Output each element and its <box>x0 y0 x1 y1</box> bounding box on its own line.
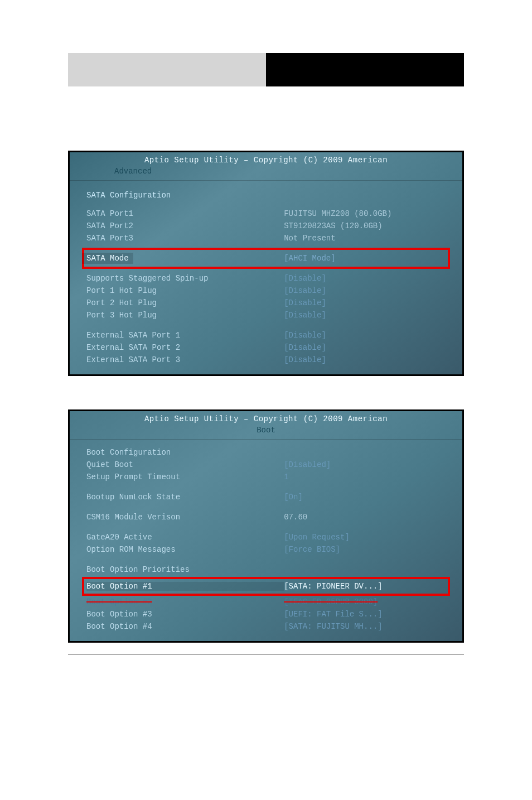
ext-sata3-label: External SATA Port 3 <box>86 355 284 364</box>
setting-row[interactable]: Port 3 Hot Plug [Disable] <box>86 309 446 321</box>
bios-body-advanced: SATA Configuration SATA Port1 FUJITSU MH… <box>70 181 462 374</box>
prompt-timeout-value: 1 <box>284 473 446 481</box>
header-right-block <box>266 53 464 86</box>
boot-option-row: Boot Option #1 [SATA: PIONEER DV...] <box>86 580 446 592</box>
setting-row: CSM16 Module Verison 07.60 <box>86 511 446 523</box>
setting-row[interactable]: GateA20 Active [Upon Request] <box>86 531 446 543</box>
port2-hotplug-value: [Disable] <box>284 298 446 307</box>
bios-tab-boot: Boot <box>70 425 462 440</box>
page-footer-rule <box>68 654 464 654</box>
boot-opt1-value: [SATA: PIONEER DV...] <box>284 582 446 591</box>
ext-sata1-value: [Disable] <box>284 331 446 340</box>
boot-opt4-value: [SATA: FUJITSU MH...] <box>284 622 446 631</box>
ext-sata3-value: [Disable] <box>284 355 446 364</box>
csm16-label: CSM16 Module Verison <box>86 513 284 522</box>
setting-row[interactable]: Quiet Boot [Disabled] <box>86 459 446 471</box>
numlock-value: [On] <box>284 493 446 502</box>
prompt-timeout-label: Setup Prompt Timeout <box>86 473 284 481</box>
sata-mode-row: SATA Mode [AHCI Mode] <box>86 252 446 264</box>
port1-hotplug-label: Port 1 Hot Plug <box>86 286 284 295</box>
boot-opt4-label: Boot Option #4 <box>86 622 284 631</box>
sata-mode-label-text: SATA Mode <box>82 253 133 264</box>
bios-title-2: Aptio Setup Utility – Copyright (C) 2009… <box>70 411 462 425</box>
sata-port-row: SATA Port3 Not Present <box>86 232 446 244</box>
sata-port1-label: SATA Port1 <box>86 209 284 218</box>
sata-config-title: SATA Configuration <box>86 187 446 208</box>
optrom-value: [Force BIOS] <box>284 545 446 554</box>
port3-hotplug-label: Port 3 Hot Plug <box>86 311 284 320</box>
ext-sata2-value: [Disable] <box>284 343 446 352</box>
gatea20-value: [Upon Request] <box>284 533 446 542</box>
gatea20-label: GateA20 Active <box>86 533 284 542</box>
bios-screenshot-boot: Aptio Setup Utility – Copyright (C) 2009… <box>68 409 464 643</box>
bios-tab-advanced: Advanced <box>70 166 462 181</box>
boot-priorities-title-row: Boot Option Priorities <box>86 563 446 576</box>
csm16-value: 07.60 <box>284 513 446 522</box>
port3-hotplug-value: [Disable] <box>284 311 446 320</box>
boot-opt2-label: Boot Option #2 <box>86 597 284 606</box>
staggered-spinup-label: Supports Staggered Spin-up <box>86 274 284 283</box>
boot-config-title: Boot Configuration <box>86 448 284 457</box>
setting-row[interactable]: External SATA Port 3 [Disable] <box>86 354 446 366</box>
sata-port2-label: SATA Port2 <box>86 221 284 230</box>
port2-hotplug-label: Port 2 Hot Plug <box>86 298 284 307</box>
boot-option-row[interactable]: Boot Option #4 [SATA: FUJITSU MH...] <box>86 620 446 633</box>
bios-title: Aptio Setup Utility – Copyright (C) 2009… <box>70 152 462 166</box>
boot-opt3-label: Boot Option #3 <box>86 610 284 619</box>
bios-body-boot: Boot Configuration Quiet Boot [Disabled]… <box>70 440 462 641</box>
sata-mode-highlight[interactable]: SATA Mode [AHCI Mode] <box>82 248 450 269</box>
header-left-block <box>68 53 266 86</box>
sata-port3-value: Not Present <box>284 234 446 243</box>
boot-opt3-value: [UEFI: FAT File S...] <box>284 610 446 619</box>
setting-row[interactable]: Supports Staggered Spin-up [Disable] <box>86 272 446 285</box>
optrom-label: Option ROM Messages <box>86 545 284 554</box>
setting-row[interactable]: Bootup NumLock State [On] <box>86 491 446 503</box>
setting-row[interactable]: External SATA Port 1 [Disable] <box>86 329 446 341</box>
ext-sata1-label: External SATA Port 1 <box>86 331 284 340</box>
boot-opt1-label: Boot Option #1 <box>86 582 284 591</box>
sata-port-row: SATA Port1 FUJITSU MHZ208 (80.0GB) <box>86 208 446 220</box>
sata-mode-value: [AHCI Mode] <box>284 254 446 263</box>
ext-sata2-label: External SATA Port 2 <box>86 343 284 352</box>
boot-config-title-row: Boot Configuration <box>86 446 446 459</box>
quiet-boot-value: [Disabled] <box>284 460 446 469</box>
sata-mode-label: SATA Mode <box>86 254 284 263</box>
setting-row[interactable]: Option ROM Messages [Force BIOS] <box>86 543 446 556</box>
sata-port-row: SATA Port2 ST9120823AS (120.0GB) <box>86 220 446 232</box>
bios-screenshot-advanced: Aptio Setup Utility – Copyright (C) 2009… <box>68 151 464 376</box>
boot-opt2-value: [TEAC FD-05PUB 3000] <box>284 597 446 606</box>
staggered-spinup-value: [Disable] <box>284 274 446 283</box>
setting-row[interactable]: Setup Prompt Timeout 1 <box>86 471 446 483</box>
numlock-label: Bootup NumLock State <box>86 493 284 502</box>
page-header <box>68 53 464 86</box>
setting-row[interactable]: External SATA Port 2 [Disable] <box>86 341 446 354</box>
sata-port3-label: SATA Port3 <box>86 234 284 243</box>
sata-port1-value: FUJITSU MHZ208 (80.0GB) <box>284 209 446 218</box>
boot-option-row[interactable]: Boot Option #3 [UEFI: FAT File S...] <box>86 608 446 620</box>
setting-row[interactable]: Port 1 Hot Plug [Disable] <box>86 285 446 297</box>
boot-option-row[interactable]: Boot Option #2 [TEAC FD-05PUB 3000] <box>86 596 446 608</box>
setting-row[interactable]: Port 2 Hot Plug [Disable] <box>86 297 446 309</box>
boot-option-1-highlight[interactable]: Boot Option #1 [SATA: PIONEER DV...] <box>82 577 450 596</box>
sata-port2-value: ST9120823AS (120.0GB) <box>284 221 446 230</box>
quiet-boot-label: Quiet Boot <box>86 460 284 469</box>
port1-hotplug-value: [Disable] <box>284 286 446 295</box>
boot-priorities-title: Boot Option Priorities <box>86 565 284 574</box>
